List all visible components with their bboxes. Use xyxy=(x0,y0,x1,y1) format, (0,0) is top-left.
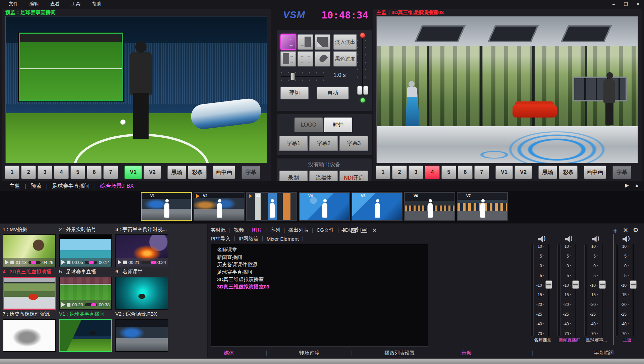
media-cell[interactable]: 3 : 宇宙星空倒计时视...00:2100:24 xyxy=(115,226,170,269)
bus-button-黑场[interactable]: 黑场 xyxy=(167,166,186,179)
bus-button-3[interactable]: 3 xyxy=(38,166,52,179)
bus-button-彩条[interactable]: 彩条 xyxy=(188,166,207,179)
footer-tab-1[interactable]: 媒体 xyxy=(224,350,234,356)
add-icon[interactable]: ＋ xyxy=(340,226,346,234)
media-cell-thumbnail[interactable]: 00:0500:14 xyxy=(59,234,112,267)
scene-thumbnail-V6[interactable]: V6 xyxy=(404,192,455,221)
maximize-icon[interactable]: ❐ xyxy=(623,1,629,7)
media-cell[interactable]: 6 : 名师课堂 xyxy=(115,269,170,311)
rename-icon[interactable]: ab xyxy=(361,228,367,233)
subtitle-2-button[interactable]: 字幕2 xyxy=(309,136,338,151)
bus-button-画中画[interactable]: 画中画 xyxy=(213,166,235,179)
bus-button-1[interactable]: 1 xyxy=(376,166,390,179)
bus-button-字幕[interactable]: 字幕 xyxy=(241,166,260,179)
transition-squeeze-button[interactable]: ←← ←← xyxy=(298,51,313,66)
media-cell[interactable]: 1 : MV拍摄01:1304:26 xyxy=(3,226,57,269)
bus-button-4[interactable]: 4 xyxy=(54,166,69,179)
transition-lever[interactable] xyxy=(357,34,368,107)
collapse-up-icon[interactable]: ▲ xyxy=(634,182,639,188)
scene-tab-3[interactable]: 足球赛事直播间 xyxy=(52,183,90,190)
slider-knob[interactable] xyxy=(290,73,295,80)
auto-transition-button[interactable]: 自动 xyxy=(317,87,349,99)
bus-button-7[interactable]: 7 xyxy=(474,166,489,179)
list-item[interactable]: 新闻直播间 xyxy=(217,254,428,261)
bus-button-7[interactable]: 7 xyxy=(103,166,118,179)
library-tab-4[interactable]: 序列 xyxy=(270,227,280,233)
scene-tab-4[interactable]: 综合场景.FBX xyxy=(100,183,134,190)
close-icon[interactable]: ✕ xyxy=(623,226,628,235)
seek-knob[interactable] xyxy=(31,261,36,264)
bus-button-V1[interactable]: V1 xyxy=(495,166,513,179)
seek-bar[interactable] xyxy=(85,303,97,306)
fade-transition-button[interactable]: 淡入淡出 xyxy=(333,34,357,50)
stop-icon[interactable] xyxy=(67,303,70,307)
scene-thumbnail-V3[interactable]: V3 xyxy=(246,192,297,221)
volume-fader[interactable] xyxy=(598,244,607,336)
subtitle-3-button[interactable]: 字幕3 xyxy=(339,136,368,151)
bus-button-6[interactable]: 6 xyxy=(87,166,102,179)
play-icon[interactable] xyxy=(5,260,9,265)
transition-wipe-left-button[interactable]: ←← xyxy=(280,34,296,50)
bus-button-3[interactable]: 3 xyxy=(409,166,423,179)
volume-fader[interactable] xyxy=(629,244,638,336)
list-item[interactable]: 名师课堂 xyxy=(217,246,428,254)
black-transition-button[interactable]: 黑色过度 xyxy=(333,51,357,66)
close-icon[interactable]: ✕ xyxy=(635,1,641,7)
gear-icon[interactable]: ⚙ xyxy=(633,226,639,235)
close-icon[interactable]: ✕ xyxy=(372,227,377,234)
menu-item-4[interactable]: 工具 xyxy=(71,1,80,7)
t-bar-handle[interactable] xyxy=(357,86,368,95)
minimize-icon[interactable]: – xyxy=(611,1,616,7)
transition-flame-button[interactable] xyxy=(315,51,330,66)
play-icon[interactable] xyxy=(61,260,65,265)
bus-button-彩条[interactable]: 彩条 xyxy=(559,166,578,179)
footer-tab-1[interactable]: 音频 xyxy=(462,350,472,356)
menu-item-2[interactable]: 编辑 xyxy=(30,1,39,7)
menu-item-1[interactable]: 文件 xyxy=(9,1,18,7)
bus-button-5[interactable]: 5 xyxy=(441,166,456,179)
bus-button-V2[interactable]: V2 xyxy=(144,166,161,179)
volume-fader[interactable] xyxy=(544,244,553,336)
seek-bar[interactable] xyxy=(141,261,154,264)
bus-button-2[interactable]: 2 xyxy=(21,166,36,179)
library-tab-3[interactable]: 图片 xyxy=(252,227,262,233)
seek-knob[interactable] xyxy=(89,261,94,264)
media-cell-thumbnail[interactable]: 00:2100:24 xyxy=(115,234,168,267)
stop-icon[interactable] xyxy=(123,261,127,264)
library-subtab-3[interactable]: Mixer Element xyxy=(267,236,299,242)
scene-thumbnail-V1[interactable]: V1 xyxy=(141,192,192,221)
speaker-icon[interactable] xyxy=(592,236,601,242)
bus-button-字幕[interactable]: 字幕 xyxy=(612,166,631,179)
speaker-icon[interactable] xyxy=(565,236,574,242)
bus-button-V1[interactable]: V1 xyxy=(124,166,142,179)
volume-fader[interactable] xyxy=(571,244,580,336)
library-tab-6[interactable]: CG文件 xyxy=(317,227,334,233)
bus-button-2[interactable]: 2 xyxy=(392,166,407,179)
library-tab-1[interactable]: 实时源 xyxy=(211,227,226,233)
stop-icon[interactable] xyxy=(67,261,70,264)
clock-overlay-button[interactable]: 时钟 xyxy=(324,118,352,132)
transition-push-right-button[interactable]: →→ xyxy=(280,51,296,66)
transition-page-turn-button[interactable] xyxy=(315,34,330,50)
footer-tab-3[interactable]: 播放列表设置 xyxy=(384,350,415,356)
footer-tab-2[interactable]: 转场过渡 xyxy=(299,350,319,356)
footer-tab-2[interactable]: 字幕唱词 xyxy=(594,350,614,356)
list-item[interactable]: 3D真三维虚拟演播室03 xyxy=(217,283,428,290)
scene-thumbnail-V2[interactable]: V2 xyxy=(194,192,245,221)
subtitle-1-button[interactable]: 字幕1 xyxy=(279,136,308,151)
media-cell[interactable]: 5 : 足球赛事直播00:2300:38 xyxy=(59,269,113,311)
play-icon[interactable]: ▶ xyxy=(625,182,629,188)
fader-handle[interactable] xyxy=(599,280,606,289)
transition-duration-slider[interactable] xyxy=(281,72,324,81)
bus-button-6[interactable]: 6 xyxy=(458,166,473,179)
lever-knob[interactable] xyxy=(360,33,365,38)
bus-button-黑场[interactable]: 黑场 xyxy=(538,166,557,179)
seek-knob[interactable] xyxy=(91,303,96,306)
bus-button-画中画[interactable]: 画中画 xyxy=(584,166,606,179)
speaker-icon[interactable] xyxy=(538,236,547,242)
media-cell-thumbnail[interactable] xyxy=(3,319,56,352)
logo-overlay-button[interactable]: LOGO xyxy=(294,118,323,132)
list-item[interactable]: 历史备课课件资源 xyxy=(217,261,428,268)
scene-tab-1[interactable]: 主监 xyxy=(9,183,20,190)
seek-knob[interactable] xyxy=(151,261,156,264)
